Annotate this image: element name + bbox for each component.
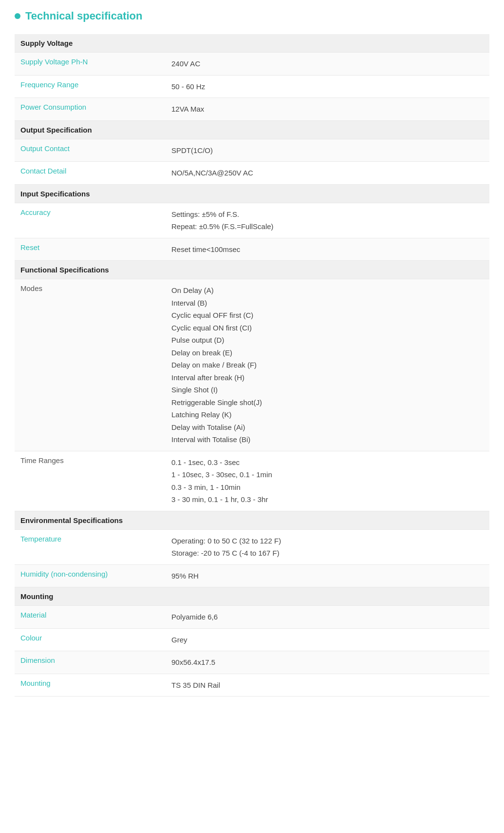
bullet-icon bbox=[15, 13, 20, 19]
section-header: Output Specification bbox=[15, 120, 489, 139]
row-label: Contact Detail bbox=[15, 162, 166, 185]
row-label: Material bbox=[15, 606, 166, 629]
row-label: Mounting bbox=[15, 674, 166, 697]
row-value: 95% RH bbox=[166, 564, 489, 587]
row-label: Power Consumption bbox=[15, 98, 166, 121]
section-header: Environmental Specifications bbox=[15, 511, 489, 529]
row-label: Supply Voltage Ph-N bbox=[15, 53, 166, 76]
row-value: 0.1 - 1sec, 0.3 - 3sec1 - 10sec, 3 - 30s… bbox=[166, 451, 489, 511]
row-label: Dimension bbox=[15, 651, 166, 674]
section-header: Mounting bbox=[15, 587, 489, 606]
page-title-text: Technical specification bbox=[25, 10, 142, 22]
row-label: Colour bbox=[15, 628, 166, 651]
section-header: Functional Specifications bbox=[15, 261, 489, 279]
row-value: Settings: ±5% of F.S.Repeat: ±0.5% (F.S.… bbox=[166, 203, 489, 238]
row-label: Modes bbox=[15, 279, 166, 451]
row-value: 12VA Max bbox=[166, 98, 489, 121]
section-header: Input Specifications bbox=[15, 184, 489, 203]
row-value: 50 - 60 Hz bbox=[166, 75, 489, 98]
row-value: TS 35 DIN Rail bbox=[166, 674, 489, 697]
row-label: Temperature bbox=[15, 529, 166, 564]
section-header: Supply Voltage bbox=[15, 34, 489, 53]
row-value: 240V AC bbox=[166, 53, 489, 76]
row-value: SPDT(1C/O) bbox=[166, 139, 489, 162]
row-value: NO/5A,NC/3A@250V AC bbox=[166, 162, 489, 185]
row-value: Operating: 0 to 50 C (32 to 122 F)Storag… bbox=[166, 529, 489, 564]
row-label: Frequency Range bbox=[15, 75, 166, 98]
row-label: Time Ranges bbox=[15, 451, 166, 511]
spec-table: Supply VoltageSupply Voltage Ph-N240V AC… bbox=[15, 34, 489, 697]
row-value: On Delay (A)Interval (B)Cyclic equal OFF… bbox=[166, 279, 489, 451]
row-value: 90x56.4x17.5 bbox=[166, 651, 489, 674]
page-title: Technical specification bbox=[15, 10, 489, 22]
row-value: Polyamide 6,6 bbox=[166, 606, 489, 629]
row-value: Reset time<100msec bbox=[166, 238, 489, 261]
row-value: Grey bbox=[166, 628, 489, 651]
row-label: Humidity (non-condensing) bbox=[15, 564, 166, 587]
row-label: Reset bbox=[15, 238, 166, 261]
row-label: Accuracy bbox=[15, 203, 166, 238]
row-label: Output Contact bbox=[15, 139, 166, 162]
